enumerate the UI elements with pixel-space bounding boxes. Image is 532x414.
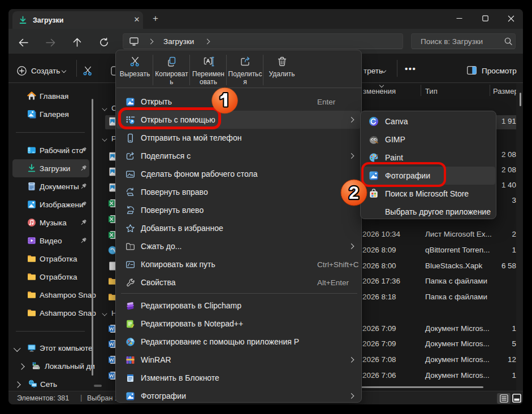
svg-text:2: 2 [349, 182, 359, 203]
